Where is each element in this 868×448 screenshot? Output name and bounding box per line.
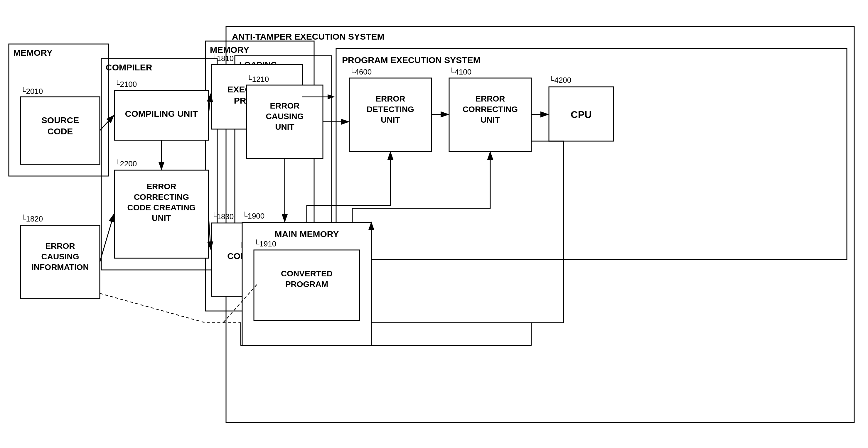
svg-rect-7 (226, 26, 854, 422)
svg-text:SYSTEM: SYSTEM (239, 69, 273, 78)
svg-text:ERROR: ERROR (270, 101, 300, 110)
svg-text:└4600: └4600 (349, 67, 372, 76)
svg-text:MAIN MEMORY: MAIN MEMORY (275, 229, 339, 239)
svg-text:UNIT: UNIT (275, 122, 294, 131)
svg-text:ANTI-TAMPER EXECUTION SYSTEM: ANTI-TAMPER EXECUTION SYSTEM (232, 32, 384, 41)
svg-text:└1210: └1210 (247, 75, 269, 84)
svg-rect-57 (549, 87, 614, 141)
svg-text:└1910: └1910 (254, 239, 276, 248)
svg-text:└2100: └2100 (115, 80, 137, 89)
svg-text:COMPILING UNIT: COMPILING UNIT (125, 109, 198, 119)
svg-text:CORRECTING: CORRECTING (463, 105, 518, 114)
svg-rect-52 (449, 78, 531, 151)
svg-rect-60 (242, 222, 371, 346)
svg-rect-47 (349, 78, 432, 151)
svg-rect-24 (115, 90, 209, 140)
svg-text:CODE CREATING: CODE CREATING (127, 203, 196, 212)
svg-text:COMPILER: COMPILER (106, 63, 152, 72)
svg-line-66 (100, 115, 114, 131)
svg-text:SOURCE: SOURCE (41, 115, 79, 125)
svg-text:CAUSING: CAUSING (41, 252, 79, 261)
svg-text:ERROR: ERROR (475, 94, 505, 103)
svg-rect-63 (254, 250, 360, 320)
svg-text:ERROR: ERROR (45, 242, 75, 251)
svg-text:CPU: CPU (571, 109, 592, 120)
svg-rect-12 (336, 49, 847, 260)
svg-text:PROGRAM: PROGRAM (285, 280, 328, 289)
svg-text:ERROR: ERROR (147, 182, 176, 191)
svg-line-70 (209, 214, 211, 249)
svg-text:PROGRAM: PROGRAM (234, 96, 280, 105)
svg-text:└1820: └1820 (21, 215, 43, 223)
svg-text:└2010: └2010 (21, 87, 43, 96)
svg-text:CODE: CODE (244, 262, 270, 272)
svg-text:EXECUTABLE: EXECUTABLE (227, 85, 286, 94)
svg-rect-1 (9, 44, 108, 176)
svg-text:INFORMATION: INFORMATION (31, 263, 89, 272)
svg-line-69 (100, 214, 114, 262)
arrows-svg: MEMORY COMPILER MEMORY ANTI-TAMPER EXECU… (0, 0, 868, 448)
svg-text:MEMORY: MEMORY (210, 45, 249, 55)
svg-text:└2200: └2200 (115, 159, 137, 168)
svg-rect-5 (206, 41, 314, 311)
svg-text:└1900: └1900 (242, 212, 265, 220)
svg-text:CAUSING: CAUSING (266, 112, 304, 121)
svg-text:CORRECTING: CORRECTING (134, 192, 189, 201)
svg-text:UNIT: UNIT (480, 115, 500, 124)
svg-text:UNIT: UNIT (381, 115, 400, 124)
svg-text:└4200: └4200 (549, 76, 571, 85)
svg-text:CODE: CODE (48, 126, 73, 136)
svg-line-67 (209, 94, 211, 115)
svg-text:ERROR: ERROR (241, 240, 273, 250)
svg-text:LOADING: LOADING (239, 60, 277, 69)
svg-rect-15 (21, 97, 100, 164)
diagram-container: MEMORY COMPILER MEMORY ANTI-TAMPER EXECU… (0, 0, 868, 448)
svg-text:└1830: └1830 (211, 212, 234, 221)
svg-text:ERROR: ERROR (375, 94, 405, 103)
svg-rect-33 (211, 65, 302, 129)
svg-rect-42 (247, 85, 323, 158)
svg-rect-9 (235, 56, 332, 258)
svg-text:└1810: └1810 (211, 54, 234, 63)
svg-text:DETECTING: DETECTING (367, 105, 414, 114)
svg-rect-19 (21, 225, 100, 299)
svg-text:CORRECTING: CORRECTING (227, 251, 286, 261)
svg-text:UNIT: UNIT (152, 214, 171, 223)
svg-text:MEMORY: MEMORY (13, 48, 53, 58)
svg-rect-3 (101, 59, 217, 270)
svg-text:└4100: └4100 (449, 67, 471, 76)
svg-rect-37 (211, 223, 302, 296)
svg-text:PROGRAM EXECUTION SYSTEM: PROGRAM EXECUTION SYSTEM (342, 55, 480, 65)
svg-rect-27 (115, 170, 209, 258)
svg-text:CONVERTED: CONVERTED (281, 269, 333, 278)
